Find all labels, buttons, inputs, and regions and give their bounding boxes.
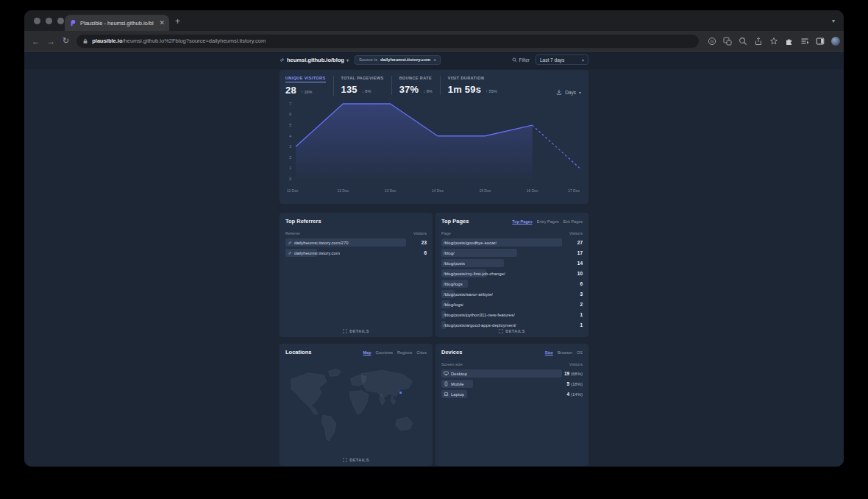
map-marker-korea[interactable] (399, 392, 402, 394)
stat-delta: ↓ 8% (362, 89, 371, 93)
tab-countries[interactable]: Countries (376, 350, 394, 355)
tab-regions[interactable]: Regions (397, 350, 412, 355)
stat-unique-visitors[interactable]: UNIQUE VISITORS28↑ 16% (285, 76, 334, 96)
download-icon[interactable] (556, 89, 562, 95)
tab-cities[interactable]: Cities (416, 350, 427, 355)
mobile-icon (444, 381, 449, 386)
devices-list: Desktop19 (68%)Mobile5 (18%)Laptop4 (14%… (441, 369, 583, 398)
site-link-icon (280, 57, 285, 63)
tab-browser[interactable]: Browser (558, 350, 572, 355)
referrers-details-button[interactable]: DETAILS (280, 329, 433, 333)
table-row[interactable]: /blog/posts/argocd-apps-deployment/1 (441, 321, 583, 329)
panel-title: Top Pages (441, 218, 469, 224)
table-row[interactable]: Mobile5 (18%) (441, 380, 583, 388)
row-label[interactable]: Laptop (441, 392, 464, 397)
lock-icon (82, 38, 88, 44)
tab-top-pages[interactable]: Top Pages (512, 219, 532, 224)
tab-exit-pages[interactable]: Exit Pages (563, 219, 583, 224)
remove-filter-icon[interactable]: × (433, 57, 436, 63)
devices-panel: Devices SizeBrowserOS Screen size Visito… (435, 344, 588, 466)
row-label[interactable]: /blog/logs (441, 282, 463, 286)
table-row[interactable]: dailyheumsi.tistory.com6 (285, 249, 427, 257)
table-row[interactable]: /blog/logs/2 (441, 300, 583, 308)
table-row[interactable]: /blog/posts14 (441, 259, 583, 267)
plausible-dashboard: heumsi.github.io/blog ▾ Source is dailyh… (24, 52, 844, 467)
forward-icon[interactable]: → (47, 37, 55, 46)
media-list-icon[interactable] (800, 37, 809, 46)
site-picker[interactable]: heumsi.github.io/blog ▾ (280, 57, 349, 63)
locations-details-button[interactable]: DETAILS (280, 458, 433, 462)
table-row[interactable]: Laptop4 (14%) (441, 390, 583, 398)
stat-value: 37% (399, 84, 419, 95)
visitors-line-chart[interactable]: 0123456711 Dec12 Dec13 Dec14 Dec15 Dec16… (285, 99, 583, 198)
row-label[interactable]: Desktop (441, 371, 467, 376)
table-row[interactable]: /blog/17 (441, 249, 583, 257)
row-value: 14 (577, 261, 583, 266)
column-header-right: Visitors (413, 231, 427, 236)
table-row[interactable]: Desktop19 (68%) (441, 369, 583, 378)
filter-button[interactable]: Filter (512, 57, 530, 63)
stat-value: 135 (341, 84, 357, 95)
table-row[interactable]: /blog/logs6 (441, 280, 583, 288)
minimize-window-icon[interactable] (46, 18, 52, 24)
active-filter-pill[interactable]: Source is dailyheumsi.tistory.com × (355, 55, 441, 65)
row-value: 4 (14%) (567, 392, 583, 397)
stat-delta: ↑ 16% (301, 90, 313, 94)
world-map[interactable] (287, 361, 425, 448)
stat-visit-duration[interactable]: VISIT DURATION1m 59s↑ 55% (448, 76, 505, 95)
row-label[interactable]: dailyheumsi.tistory.com/270 (285, 241, 349, 245)
extensions-puzzle-icon[interactable] (785, 37, 794, 46)
row-label[interactable]: /blog/posts/savor-airbyte/ (441, 292, 493, 297)
row-label[interactable]: /blog/posts/goodbye-socar/ (441, 241, 497, 245)
stat-total-pageviews[interactable]: TOTAL PAGEVIEWS135↓ 8% (341, 76, 392, 95)
tab-os[interactable]: OS (577, 350, 583, 355)
profile-avatar[interactable] (831, 37, 840, 46)
stat-label: VISIT DURATION (448, 76, 497, 82)
url-bar[interactable]: plausible.io/heumsi.github.io%2Fblog?sou… (77, 35, 699, 48)
window-controls[interactable] (34, 18, 64, 24)
row-value: 10 (577, 271, 583, 276)
row-label[interactable]: dailyheumsi.tistory.com (285, 251, 340, 255)
new-tab-button[interactable]: + (175, 17, 180, 26)
column-header-left: Screen size (441, 362, 463, 367)
svg-text:16 Dec: 16 Dec (527, 188, 538, 193)
row-label[interactable]: Mobile (441, 381, 464, 386)
row-label[interactable]: /blog/posts/argocd-apps-deployment/ (441, 323, 516, 328)
date-range-select[interactable]: Last 7 days ▾ (536, 54, 588, 65)
tab-size[interactable]: Size (545, 350, 553, 355)
stat-bounce-rate[interactable]: BOUNCE RATE37%↓ 8% (399, 76, 441, 95)
table-row[interactable]: /blog/posts/savor-airbyte/3 (441, 290, 583, 298)
back-icon[interactable]: ← (32, 37, 40, 46)
tab-entry-pages[interactable]: Entry Pages (537, 219, 559, 224)
row-value: 3 (580, 291, 583, 297)
table-row[interactable]: /blog/posts/goodbye-socar/27 (441, 238, 583, 247)
tab-map[interactable]: Map (363, 350, 371, 355)
browser-tab[interactable]: Plausible - heumsi.github.io/bl ✕ (65, 15, 169, 31)
row-label[interactable]: /blog/posts/my-first-job-change/ (441, 272, 505, 276)
column-header-left: Referrer (285, 231, 300, 236)
date-chevron-down-icon: ▾ (582, 57, 584, 63)
sidebar-panel-icon[interactable] (816, 37, 825, 46)
tab-search-chevron-icon[interactable]: ▾ (832, 18, 835, 24)
table-row[interactable]: /blog/posts/my-first-job-change/10 (441, 269, 583, 277)
extension-g-icon[interactable]: G (708, 37, 716, 46)
share-icon[interactable] (754, 37, 763, 46)
row-value: 6 (580, 281, 583, 286)
pages-details-button[interactable]: DETAILS (435, 329, 588, 333)
svg-text:7: 7 (289, 102, 291, 106)
reload-icon[interactable]: ↻ (63, 36, 69, 46)
table-row[interactable]: /blog/posts/python311-new-features/1 (441, 311, 583, 319)
zoom-window-icon[interactable] (57, 18, 64, 24)
row-label[interactable]: /blog/ (441, 251, 455, 255)
row-value: 17 (577, 250, 583, 255)
tab-close-icon[interactable]: ✕ (159, 20, 165, 26)
zoom-search-icon[interactable] (739, 37, 747, 46)
graph-interval-control[interactable]: Days ▾ (556, 89, 581, 95)
translate-icon[interactable] (723, 37, 732, 46)
row-label[interactable]: /blog/posts (441, 261, 465, 266)
bookmark-star-icon[interactable] (769, 37, 778, 46)
close-window-icon[interactable] (34, 18, 40, 24)
row-label[interactable]: /blog/posts/python311-new-features/ (441, 313, 515, 317)
table-row[interactable]: dailyheumsi.tistory.com/27023 (285, 238, 427, 247)
row-label[interactable]: /blog/logs/ (441, 302, 463, 307)
